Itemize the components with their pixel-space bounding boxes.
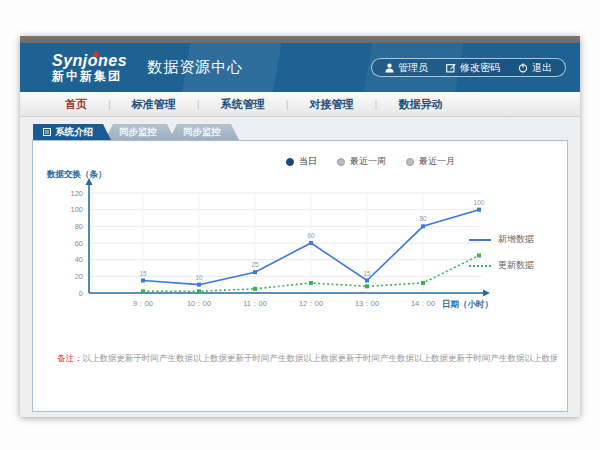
brand-logo: Synjones 新中新集团 [52,53,127,82]
logout-label: 退出 [532,61,552,75]
admin-user-label: 管理员 [398,61,428,75]
svg-text:100: 100 [70,205,83,214]
legend-item-updated-data[interactable]: 更新数据 [469,259,555,272]
nav-item-interface-mgmt[interactable]: 对接管理 [289,97,375,112]
legend-line-sample [469,265,491,267]
svg-text:120: 120 [70,189,83,198]
tab-sync-monitor-2[interactable]: 同步监控 [169,124,239,140]
svg-text:0: 0 [79,289,83,298]
change-password-button[interactable]: 修改密码 [437,61,509,75]
legend-label: 更新数据 [498,259,534,272]
page-title: 数据资源中心 [147,58,243,77]
legend-item-new-data[interactable]: 新增数据 [469,233,555,246]
svg-text:25: 25 [251,261,259,268]
nav-item-home[interactable]: 首页 [44,97,108,112]
svg-text:60: 60 [75,239,83,248]
logo-text: Synjones [52,53,127,70]
line-chart-svg: 0204060801001209：0010：0011：0012：0013：001… [33,165,493,315]
window-top-edge [20,36,580,43]
content-area: 系统介绍 同步监控 同步监控 当日 最近一周 [20,117,580,417]
svg-text:9：00: 9：00 [133,299,153,308]
tab-label: 同步监控 [119,126,157,139]
tab-bar: 系统介绍 同步监控 同步监控 [33,124,568,140]
main-nav: 首页 | 标准管理 | 系统管理 | 对接管理 | 数据异动 [20,92,580,117]
svg-text:60: 60 [307,232,315,239]
tab-label: 同步监控 [183,126,221,139]
tab-sync-monitor-1[interactable]: 同步监控 [105,124,175,140]
app-window: Synjones 新中新集团 数据资源中心 管理员 修改密码 [20,36,580,417]
svg-text:80: 80 [419,215,427,222]
edit-icon [446,63,456,73]
svg-text:80: 80 [75,222,83,231]
svg-text:日期（小时）: 日期（小时） [442,299,493,309]
nav-item-system-mgmt[interactable]: 系统管理 [200,97,286,112]
nav-item-data-change[interactable]: 数据异动 [377,97,463,112]
admin-user-button[interactable]: 管理员 [376,61,437,75]
legend-label: 新增数据 [498,233,534,246]
change-password-label: 修改密码 [460,61,500,75]
chart-legend: 新增数据 更新数据 [469,233,555,285]
footnote-text: 以上数据更新于时间产生数据以上数据更新于时间产生数据以上数据更新于时间产生数据以… [83,353,558,363]
svg-text:12：00: 12：00 [299,299,323,308]
nav-item-standard-mgmt[interactable]: 标准管理 [111,97,197,112]
svg-text:14：00: 14：00 [411,299,435,308]
user-toolbar: 管理员 修改密码 退出 [371,58,566,77]
svg-text:13：00: 13：00 [355,299,379,308]
user-icon [385,63,394,73]
svg-text:40: 40 [75,255,83,264]
footnote: 备注：以上数据更新于时间产生数据以上数据更新于时间产生数据以上数据更新于时间产生… [57,353,557,365]
svg-text:15: 15 [139,270,147,277]
document-icon [43,128,51,136]
tab-system-intro[interactable]: 系统介绍 [33,124,111,140]
footnote-prefix: 备注： [57,353,83,363]
header: Synjones 新中新集团 数据资源中心 管理员 修改密码 [20,43,580,92]
logo-accent [92,50,100,57]
logo-subtext: 新中新集团 [52,70,127,83]
tab-label: 系统介绍 [55,126,93,139]
svg-text:10：00: 10：00 [187,299,211,308]
svg-text:100: 100 [474,199,485,206]
svg-text:20: 20 [75,272,83,281]
svg-text:数据交换（条）: 数据交换（条） [46,169,107,179]
svg-text:10: 10 [195,274,203,281]
chart-card: 当日 最近一周 最近一月 0204060801001209：0010：0011：… [32,140,568,412]
svg-text:11：00: 11：00 [243,299,267,308]
logout-button[interactable]: 退出 [509,61,561,75]
svg-text:15: 15 [363,270,371,277]
legend-line-sample [469,239,491,241]
logout-icon [518,63,528,73]
